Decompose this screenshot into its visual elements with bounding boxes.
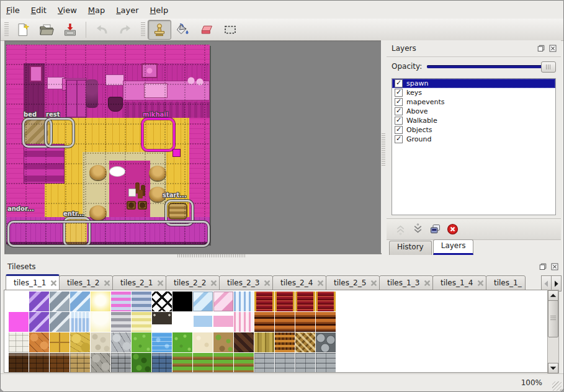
tile-stripes-blue[interactable] <box>132 292 151 311</box>
tab-close-icon[interactable] <box>50 279 58 287</box>
tile-rug-red[interactable] <box>295 292 315 311</box>
tile-herringbone[interactable] <box>295 332 315 352</box>
float-icon[interactable] <box>536 44 545 53</box>
layer-visibility-checkbox[interactable]: ✓ <box>395 79 403 87</box>
tile-path-white[interactable] <box>9 332 29 352</box>
tile-shelf-brown[interactable] <box>254 312 274 332</box>
tile-pane-blue[interactable] <box>193 292 213 311</box>
tile-brick-darkbrown[interactable] <box>9 353 29 373</box>
tile-tile-yellow[interactable] <box>50 332 69 352</box>
tile-furrow-grass[interactable] <box>234 353 254 373</box>
tile-bamboo[interactable] <box>254 332 274 352</box>
tile-shelf-brown[interactable] <box>295 312 315 332</box>
tile-brick-tan[interactable] <box>70 353 90 373</box>
tile-wicker[interactable] <box>275 332 295 352</box>
resize-grip[interactable] <box>552 381 562 391</box>
layer-visibility-checkbox[interactable]: ✓ <box>395 135 403 143</box>
map-object-rest[interactable] <box>45 118 74 148</box>
menu-help[interactable]: Help <box>145 4 174 16</box>
layer-visibility-checkbox[interactable]: ✓ <box>395 89 403 97</box>
tab-close-icon[interactable] <box>103 279 111 287</box>
tab-close-icon[interactable] <box>210 279 218 287</box>
tile-stripes-yellow[interactable] <box>132 312 151 332</box>
scroll-down-icon[interactable] <box>548 363 558 373</box>
tile-stone-yellow[interactable] <box>70 332 90 352</box>
tileset-tab-tiles_2_5[interactable]: tiles_2_5 <box>326 275 380 290</box>
tile-pane-blue-sm[interactable] <box>193 312 213 332</box>
tile-stripes-pink[interactable] <box>111 292 131 311</box>
layer-row-walkable[interactable]: ✓Walkable <box>392 116 555 125</box>
map-viewport[interactable]: bedrestmikhailstart...entr...andor... <box>4 40 382 254</box>
layer-row-ground[interactable]: ✓Ground <box>392 135 555 144</box>
layer-row-spawn[interactable]: ✓spawn <box>392 79 555 88</box>
tile-brick-gray[interactable] <box>111 353 131 373</box>
delete-layer-button[interactable] <box>444 221 461 238</box>
horizontal-splitter[interactable] <box>4 253 380 259</box>
tile-brick-brown[interactable] <box>50 353 69 373</box>
tile-glass-purple[interactable] <box>29 292 49 311</box>
float-icon[interactable] <box>538 262 547 272</box>
tile-grass-green[interactable] <box>132 332 151 352</box>
tile-shelf-brown[interactable] <box>316 312 336 332</box>
tab-close-icon[interactable] <box>263 279 271 287</box>
close-icon[interactable] <box>550 262 559 272</box>
close-icon[interactable] <box>548 44 557 53</box>
redo-button[interactable] <box>114 20 137 40</box>
layer-row-above[interactable]: ✓Above <box>392 107 555 116</box>
tileset-tab-tiles_2_4[interactable]: tiles_2_4 <box>272 275 326 290</box>
tab-close-icon[interactable] <box>316 279 325 287</box>
menu-file[interactable]: File <box>1 4 25 16</box>
open-map-button[interactable] <box>35 20 58 40</box>
duplicate-layer-button[interactable] <box>426 221 444 238</box>
tile-planks-gray[interactable] <box>254 353 274 373</box>
tile-glass-gray-sm[interactable] <box>50 312 69 332</box>
layer-visibility-checkbox[interactable]: ✓ <box>395 107 403 115</box>
tile-furrow-grass[interactable] <box>193 353 213 373</box>
fill-tool-button[interactable] <box>171 20 195 40</box>
tile-curtain-blue[interactable] <box>234 292 254 311</box>
tileset-tab-tiles_1_1[interactable]: tiles_1_1 <box>6 274 60 290</box>
tile-water-blue[interactable] <box>152 332 172 352</box>
tile-glass-blue[interactable] <box>70 292 90 311</box>
map-object-mikhail[interactable] <box>141 118 175 151</box>
menu-map[interactable]: Map <box>83 4 110 16</box>
tileset-scrollbar[interactable] <box>547 290 559 374</box>
tileset-tab-tiles_1_2[interactable]: tiles_1_2 <box>59 275 113 290</box>
tile-furrow-grass[interactable] <box>172 353 192 373</box>
vertical-splitter[interactable] <box>381 40 387 253</box>
tile-stone-gray[interactable] <box>111 332 131 352</box>
tile-logs-gray[interactable] <box>316 332 336 352</box>
eraser-tool-button[interactable] <box>195 20 218 40</box>
opacity-slider-handle[interactable] <box>541 61 556 73</box>
tile-rug-red[interactable] <box>275 292 295 311</box>
tile-pane-pink[interactable] <box>213 292 233 311</box>
tile-pane-pink-sm[interactable] <box>213 312 233 332</box>
opacity-slider[interactable] <box>427 61 556 72</box>
select-tool-button[interactable] <box>218 20 242 40</box>
tileset-tab-tiles_2_2[interactable]: tiles_2_2 <box>166 275 220 290</box>
tile-stripes-gray[interactable] <box>111 312 131 332</box>
tile-furrow-grass[interactable] <box>213 353 233 373</box>
tileset-tab-tiles_1_4[interactable]: tiles_1_4 <box>432 275 486 290</box>
layer-row-objects[interactable]: ✓Objects <box>392 125 555 135</box>
tileset-tab-tiles_2_3[interactable]: tiles_2_3 <box>219 275 273 290</box>
scrollbar-thumb[interactable] <box>548 300 558 337</box>
tile-black[interactable] <box>172 292 192 311</box>
tile-planks-gray[interactable] <box>295 353 315 373</box>
save-map-button[interactable] <box>58 20 82 40</box>
layer-visibility-checkbox[interactable]: ✓ <box>395 98 403 106</box>
tile-planks-gray[interactable] <box>275 353 295 373</box>
tile-shelf-brown[interactable] <box>275 312 295 332</box>
map-canvas[interactable]: bedrestmikhailstart...entr...andor... <box>6 45 210 244</box>
tile-sand-cream[interactable] <box>193 332 213 352</box>
layer-row-mapevents[interactable]: ✓mapevents <box>392 97 555 107</box>
new-map-button[interactable] <box>11 20 35 40</box>
layer-visibility-checkbox[interactable]: ✓ <box>395 117 403 125</box>
tile-brick-blue[interactable] <box>152 353 172 373</box>
tile-rug-red[interactable] <box>254 292 274 311</box>
layer-visibility-checkbox[interactable]: ✓ <box>395 126 403 134</box>
lower-layer-button[interactable] <box>409 221 426 238</box>
tile-empty[interactable] <box>9 292 29 311</box>
tile-cobble-gray[interactable] <box>91 353 110 373</box>
layer-list[interactable]: ✓spawn✓keys✓mapevents✓Above✓Walkable✓Obj… <box>392 78 556 215</box>
